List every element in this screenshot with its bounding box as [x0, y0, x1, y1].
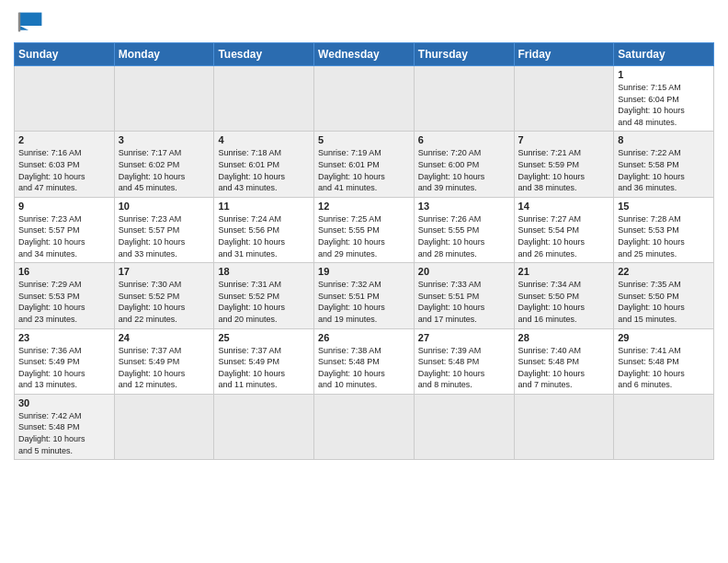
day-info: Sunrise: 7:37 AM Sunset: 5:49 PM Dayligh…	[218, 345, 310, 391]
day-info: Sunrise: 7:42 AM Sunset: 5:48 PM Dayligh…	[18, 410, 110, 456]
calendar-cell: 28Sunrise: 7:40 AM Sunset: 5:48 PM Dayli…	[514, 328, 614, 394]
calendar-cell: 3Sunrise: 7:17 AM Sunset: 6:02 PM Daylig…	[114, 132, 214, 197]
day-number: 4	[218, 134, 310, 145]
calendar-cell	[514, 394, 614, 459]
calendar-cell	[114, 66, 214, 132]
calendar-cell: 11Sunrise: 7:24 AM Sunset: 5:56 PM Dayli…	[214, 197, 314, 262]
header	[14, 9, 714, 35]
day-info: Sunrise: 7:39 AM Sunset: 5:48 PM Dayligh…	[418, 345, 510, 391]
calendar-cell: 15Sunrise: 7:28 AM Sunset: 5:53 PM Dayli…	[614, 197, 714, 262]
day-info: Sunrise: 7:17 AM Sunset: 6:02 PM Dayligh…	[119, 147, 210, 193]
calendar-cell: 26Sunrise: 7:38 AM Sunset: 5:48 PM Dayli…	[314, 328, 415, 394]
calendar-cell: 19Sunrise: 7:32 AM Sunset: 5:51 PM Dayli…	[314, 263, 415, 328]
calendar-cell: 20Sunrise: 7:33 AM Sunset: 5:51 PM Dayli…	[414, 263, 514, 328]
day-number: 30	[18, 397, 110, 408]
calendar-cell	[15, 66, 115, 132]
calendar-cell: 27Sunrise: 7:39 AM Sunset: 5:48 PM Dayli…	[414, 328, 514, 394]
day-number: 18	[218, 266, 310, 277]
weekday-friday: Friday	[514, 43, 614, 66]
weekday-tuesday: Tuesday	[214, 43, 314, 66]
logo	[14, 9, 47, 35]
day-number: 13	[418, 201, 510, 212]
day-number: 3	[119, 134, 210, 145]
calendar-cell	[614, 394, 714, 459]
day-info: Sunrise: 7:25 AM Sunset: 5:55 PM Dayligh…	[318, 213, 410, 259]
day-number: 16	[18, 266, 110, 277]
weekday-wednesday: Wednesday	[314, 43, 415, 66]
weekday-header-row: SundayMondayTuesdayWednesdayThursdayFrid…	[15, 43, 714, 66]
calendar-cell: 18Sunrise: 7:31 AM Sunset: 5:52 PM Dayli…	[214, 263, 314, 328]
week-row-5: 23Sunrise: 7:36 AM Sunset: 5:49 PM Dayli…	[15, 328, 714, 394]
calendar-cell: 14Sunrise: 7:27 AM Sunset: 5:54 PM Dayli…	[514, 197, 614, 262]
calendar-cell: 22Sunrise: 7:35 AM Sunset: 5:50 PM Dayli…	[614, 263, 714, 328]
day-info: Sunrise: 7:36 AM Sunset: 5:49 PM Dayligh…	[18, 345, 110, 391]
calendar-cell	[414, 66, 514, 132]
weekday-thursday: Thursday	[414, 43, 514, 66]
day-info: Sunrise: 7:26 AM Sunset: 5:55 PM Dayligh…	[418, 213, 510, 259]
day-info: Sunrise: 7:31 AM Sunset: 5:52 PM Dayligh…	[218, 279, 310, 325]
day-number: 27	[418, 332, 510, 343]
week-row-6: 30Sunrise: 7:42 AM Sunset: 5:48 PM Dayli…	[15, 394, 714, 459]
calendar-cell: 5Sunrise: 7:19 AM Sunset: 6:01 PM Daylig…	[314, 132, 415, 197]
day-info: Sunrise: 7:41 AM Sunset: 5:48 PM Dayligh…	[618, 345, 710, 391]
day-number: 9	[18, 201, 110, 212]
day-number: 10	[119, 201, 210, 212]
day-info: Sunrise: 7:23 AM Sunset: 5:57 PM Dayligh…	[119, 213, 210, 259]
day-info: Sunrise: 7:40 AM Sunset: 5:48 PM Dayligh…	[518, 345, 610, 391]
day-info: Sunrise: 7:29 AM Sunset: 5:53 PM Dayligh…	[18, 279, 110, 325]
calendar-cell	[414, 394, 514, 459]
calendar-cell: 30Sunrise: 7:42 AM Sunset: 5:48 PM Dayli…	[15, 394, 115, 459]
calendar-cell: 2Sunrise: 7:16 AM Sunset: 6:03 PM Daylig…	[15, 132, 115, 197]
day-info: Sunrise: 7:18 AM Sunset: 6:01 PM Dayligh…	[218, 147, 310, 193]
day-number: 11	[218, 201, 310, 212]
calendar-cell: 29Sunrise: 7:41 AM Sunset: 5:48 PM Dayli…	[614, 328, 714, 394]
day-number: 24	[119, 332, 210, 343]
day-info: Sunrise: 7:33 AM Sunset: 5:51 PM Dayligh…	[418, 279, 510, 325]
day-number: 28	[518, 332, 610, 343]
day-info: Sunrise: 7:24 AM Sunset: 5:56 PM Dayligh…	[218, 213, 310, 259]
day-info: Sunrise: 7:19 AM Sunset: 6:01 PM Dayligh…	[318, 147, 410, 193]
calendar-cell	[514, 66, 614, 132]
weekday-monday: Monday	[114, 43, 214, 66]
calendar-cell: 17Sunrise: 7:30 AM Sunset: 5:52 PM Dayli…	[114, 263, 214, 328]
weekday-sunday: Sunday	[15, 43, 115, 66]
week-row-2: 2Sunrise: 7:16 AM Sunset: 6:03 PM Daylig…	[15, 132, 714, 197]
calendar-cell: 23Sunrise: 7:36 AM Sunset: 5:49 PM Dayli…	[15, 328, 115, 394]
calendar-cell: 1Sunrise: 7:15 AM Sunset: 6:04 PM Daylig…	[614, 66, 714, 132]
calendar-cell: 4Sunrise: 7:18 AM Sunset: 6:01 PM Daylig…	[214, 132, 314, 197]
day-number: 15	[618, 201, 710, 212]
calendar-cell	[114, 394, 214, 459]
svg-marker-1	[19, 26, 28, 30]
calendar-cell: 8Sunrise: 7:22 AM Sunset: 5:58 PM Daylig…	[614, 132, 714, 197]
calendar-cell: 7Sunrise: 7:21 AM Sunset: 5:59 PM Daylig…	[514, 132, 614, 197]
svg-marker-0	[19, 13, 41, 26]
day-info: Sunrise: 7:20 AM Sunset: 6:00 PM Dayligh…	[418, 147, 510, 193]
week-row-3: 9Sunrise: 7:23 AM Sunset: 5:57 PM Daylig…	[15, 197, 714, 262]
calendar-table: SundayMondayTuesdayWednesdayThursdayFrid…	[14, 42, 714, 460]
calendar-cell: 16Sunrise: 7:29 AM Sunset: 5:53 PM Dayli…	[15, 263, 115, 328]
day-number: 22	[618, 266, 710, 277]
week-row-1: 1Sunrise: 7:15 AM Sunset: 6:04 PM Daylig…	[15, 66, 714, 132]
calendar-cell: 21Sunrise: 7:34 AM Sunset: 5:50 PM Dayli…	[514, 263, 614, 328]
calendar-cell: 25Sunrise: 7:37 AM Sunset: 5:49 PM Dayli…	[214, 328, 314, 394]
day-number: 26	[318, 332, 410, 343]
calendar-cell: 6Sunrise: 7:20 AM Sunset: 6:00 PM Daylig…	[414, 132, 514, 197]
calendar-cell: 10Sunrise: 7:23 AM Sunset: 5:57 PM Dayli…	[114, 197, 214, 262]
calendar-cell	[214, 394, 314, 459]
calendar-cell	[214, 66, 314, 132]
day-info: Sunrise: 7:22 AM Sunset: 5:58 PM Dayligh…	[618, 147, 710, 193]
weekday-saturday: Saturday	[614, 43, 714, 66]
calendar-cell	[314, 394, 415, 459]
day-info: Sunrise: 7:37 AM Sunset: 5:49 PM Dayligh…	[119, 345, 210, 391]
calendar-cell: 9Sunrise: 7:23 AM Sunset: 5:57 PM Daylig…	[15, 197, 115, 262]
day-info: Sunrise: 7:28 AM Sunset: 5:53 PM Dayligh…	[618, 213, 710, 259]
day-number: 29	[618, 332, 710, 343]
day-number: 2	[18, 134, 110, 145]
day-number: 12	[318, 201, 410, 212]
week-row-4: 16Sunrise: 7:29 AM Sunset: 5:53 PM Dayli…	[15, 263, 714, 328]
svg-rect-2	[18, 13, 20, 32]
day-info: Sunrise: 7:23 AM Sunset: 5:57 PM Dayligh…	[18, 213, 110, 259]
day-info: Sunrise: 7:35 AM Sunset: 5:50 PM Dayligh…	[618, 279, 710, 325]
day-info: Sunrise: 7:34 AM Sunset: 5:50 PM Dayligh…	[518, 279, 610, 325]
calendar-cell	[314, 66, 415, 132]
